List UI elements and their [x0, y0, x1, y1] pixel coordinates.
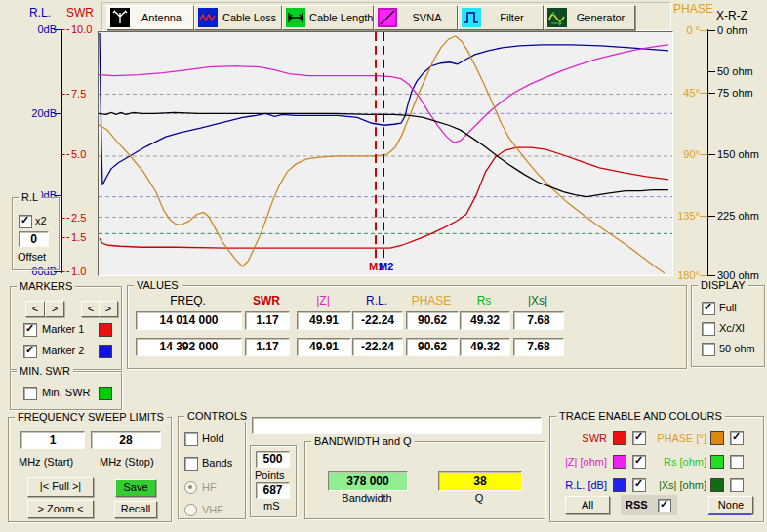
hold-checkbox[interactable]: [184, 432, 198, 446]
hold-label: Hold: [202, 432, 224, 444]
toolbar-label: Generator: [567, 12, 634, 23]
trace-color-swatch[interactable]: [710, 431, 724, 445]
display-full-checkbox[interactable]: [702, 302, 715, 315]
right-ohm-tick-label: 75 ohm: [717, 87, 767, 99]
toolbar-button-svna[interactable]: SVNA: [374, 5, 458, 30]
sweep-stop-field[interactable]: 28: [91, 431, 161, 449]
sweep-time-field[interactable]: 687: [256, 482, 290, 499]
sweep-start-field[interactable]: 1: [20, 431, 85, 449]
rl-offset-group-title: R.L: [19, 191, 41, 203]
min-swr-label: Min. SWR: [42, 387, 91, 398]
right-ohm-tick-label: 50 ohm: [717, 65, 767, 77]
save-button[interactable]: Save: [115, 479, 156, 497]
bands-checkbox[interactable]: [184, 457, 198, 471]
vhf-radio[interactable]: [184, 504, 197, 516]
values-cell-row2-z[interactable]: 49.91: [297, 338, 351, 356]
marker2-next-button[interactable]: >: [99, 301, 118, 317]
marker1-next-button[interactable]: >: [45, 301, 64, 317]
recall-button[interactable]: Recall: [114, 501, 157, 518]
controls-group: CONTROLS Hold Bands HF VHF: [178, 416, 246, 519]
marker1-color-swatch[interactable]: [99, 323, 112, 337]
swr-axis-title: SWR: [66, 6, 94, 20]
all-traces-button[interactable]: All: [565, 496, 610, 514]
toolbar-button-cable-length[interactable]: Cable Length: [282, 5, 374, 30]
trace-enable-checkbox[interactable]: [730, 478, 744, 492]
toolbar-button-filter[interactable]: Filter: [458, 5, 544, 30]
values-cell-row1-z[interactable]: 49.91: [297, 311, 351, 330]
sweep-limits-group: FREQUENCY SWEEP LIMITS 1 28 MHz (Start) …: [8, 417, 172, 522]
right-ohm-tick-mark: [707, 71, 715, 72]
right-phase-tick-mark: [700, 275, 707, 276]
trace-color-swatch[interactable]: [613, 431, 626, 445]
values-column-header: |Z|: [297, 294, 349, 307]
values-cell-row2-phase[interactable]: 90.62: [406, 338, 459, 356]
left-swr-tick-mark: [62, 94, 69, 95]
marker1-prev-button[interactable]: <: [25, 301, 45, 317]
marker2-prev-button[interactable]: <: [81, 301, 101, 317]
full-sweep-button[interactable]: |< Full >|: [27, 477, 94, 497]
trace-enable-checkbox[interactable]: [730, 431, 744, 445]
sweep-stop-label: MHz (Stop): [100, 456, 154, 468]
marker2-color-swatch[interactable]: [99, 345, 112, 358]
values-cell-row1-xs[interactable]: 7.68: [513, 311, 564, 330]
command-input[interactable]: [252, 417, 542, 434]
values-cell-row1-freq[interactable]: 14 014 000: [136, 311, 242, 330]
toolbar-button-antenna[interactable]: Antenna: [106, 5, 194, 30]
none-traces-button[interactable]: None: [708, 496, 753, 514]
rss-checkbox[interactable]: [658, 499, 671, 512]
antenna-icon: [110, 8, 130, 27]
values-cell-row1-rs[interactable]: 49.32: [460, 311, 510, 330]
trace-label: SWR: [550, 432, 607, 444]
left-swr-tick-mark: [62, 29, 69, 30]
right-axis-line: [707, 29, 708, 276]
right-ohm-tick-label: 150 ohm: [717, 148, 767, 160]
offset-value-field[interactable]: 0: [19, 231, 49, 247]
trace-color-swatch[interactable]: [710, 455, 724, 469]
toolbar-button-generator[interactable]: Generator: [544, 5, 635, 30]
q-field[interactable]: 38: [438, 471, 522, 491]
values-cell-row2-swr[interactable]: 1.17: [245, 338, 290, 356]
right-phase-tick-label: 0 °: [669, 24, 700, 36]
values-cell-row1-rl[interactable]: -22.24: [352, 311, 403, 330]
values-cell-row2-freq[interactable]: 14 392 000: [136, 338, 242, 356]
trace-label: R.L. [dB]: [550, 479, 607, 491]
values-cell-row2-rs[interactable]: 49.32: [460, 338, 510, 356]
hf-radio[interactable]: [184, 481, 197, 494]
display-xcxl-checkbox[interactable]: [702, 322, 715, 336]
markers-group: MARKERS < > < > Marker 1 Marker 2: [10, 286, 122, 370]
bandwidth-field[interactable]: 378 000: [328, 471, 408, 491]
toolbar-button-cable-loss[interactable]: Cable Loss: [194, 5, 282, 30]
display-50ohm-checkbox[interactable]: [702, 343, 715, 356]
rl-offset-group: R.L x2 0 Offset: [12, 197, 60, 270]
min-swr-checkbox[interactable]: [23, 387, 37, 400]
left-swr-tick-mark: [62, 154, 69, 155]
x2-checkbox[interactable]: [19, 215, 32, 228]
right-ohm-tick-mark: [707, 93, 715, 94]
min-swr-color-swatch[interactable]: [99, 387, 112, 400]
markers-group-title: MARKERS: [17, 280, 75, 292]
points-field[interactable]: 500: [256, 451, 290, 468]
toolbar-label: Antenna: [130, 12, 193, 23]
trace-enable-checkbox[interactable]: [730, 455, 744, 469]
zoom-sweep-button[interactable]: > Zoom <: [27, 500, 94, 518]
trace-color-swatch[interactable]: [613, 478, 626, 492]
chart-plot-area[interactable]: M1M2: [98, 31, 673, 276]
values-cell-row1-phase[interactable]: 90.62: [406, 311, 459, 330]
values-column-header: PHASE: [406, 294, 457, 307]
marker1-checkbox[interactable]: [23, 323, 37, 337]
trace-color-swatch[interactable]: [710, 478, 724, 492]
values-cell-row2-xs[interactable]: 7.68: [513, 338, 564, 356]
display-group-title: DISPLAY: [698, 279, 748, 291]
right-ohm-tick-mark: [707, 275, 715, 276]
values-column-header: R.L.: [352, 294, 401, 307]
values-cell-row2-rl[interactable]: -22.24: [352, 338, 403, 356]
values-cell-row1-swr[interactable]: 1.17: [245, 311, 290, 330]
min-swr-group: MIN. SWR Min. SWR: [10, 371, 122, 410]
display-50ohm-label: 50 ohm: [719, 343, 755, 354]
values-group: VALUES FREQ.SWR|Z|R.L.PHASERs|Xs|14 014 …: [127, 285, 687, 369]
values-table: FREQ.SWR|Z|R.L.PHASERs|Xs|14 014 0001.17…: [128, 286, 686, 368]
trace-label: |Z| [ohm]: [550, 456, 607, 468]
filter-icon: [462, 8, 481, 27]
trace-color-swatch[interactable]: [613, 455, 626, 469]
marker2-checkbox[interactable]: [23, 345, 37, 358]
